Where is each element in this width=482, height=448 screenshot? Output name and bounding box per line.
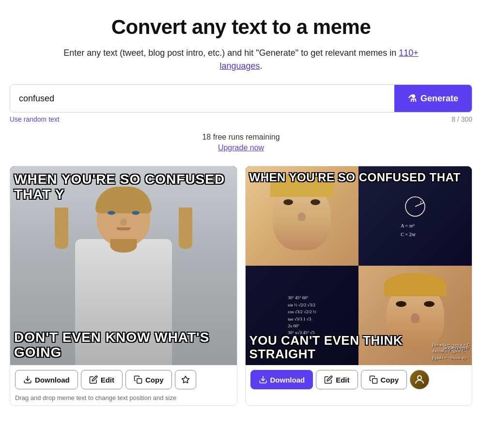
meme1-favorite-button[interactable] xyxy=(175,370,196,389)
meme2-download-button[interactable]: Download xyxy=(250,370,313,389)
meme1-actions: Download Edit Copy xyxy=(10,365,237,394)
generate-button[interactable]: ⚗ Generate xyxy=(394,85,472,112)
page-title: Convert any text to a meme xyxy=(111,16,371,39)
svg-line-4 xyxy=(415,203,424,207)
text-input[interactable] xyxy=(10,85,394,112)
meme2-top-text: WHEN YOU'RE SO CONFUSED THAT xyxy=(249,171,468,184)
meme1-copy-button[interactable]: Copy xyxy=(125,370,172,389)
edit-icon-2 xyxy=(324,375,333,384)
download-icon-2 xyxy=(259,375,267,384)
avatar-icon xyxy=(414,374,425,385)
meme2-bottom-text: YOU CAN'T EVEN THINK STRAIGHT xyxy=(249,334,468,361)
star-icon xyxy=(181,375,190,384)
meme2-avatar-button[interactable] xyxy=(410,370,429,389)
meme-card-1: WHEN YOU'RE SO CONFUSED THAT Y DON'T EVE… xyxy=(10,166,237,406)
svg-marker-2 xyxy=(182,376,189,383)
svg-rect-7 xyxy=(372,379,377,384)
meme-image-2: r A = πr² C = 2πr 30° 45° 60° sin ½ √2/2… xyxy=(246,166,472,365)
meme2-credit: Supermem xyxy=(443,345,469,351)
meme2-edit-button[interactable]: Edit xyxy=(316,370,358,389)
meme1-drag-hint: Drag and drop meme text to change text p… xyxy=(10,394,237,405)
meme1-bottom-text: DON'T EVEN KNOW WHAT'S GOING xyxy=(14,330,233,360)
meme-card-2: r A = πr² C = 2πr 30° 45° 60° sin ½ √2/2… xyxy=(245,166,473,406)
input-meta: Use random text 8 / 300 xyxy=(10,115,472,123)
meme1-download-button[interactable]: Download xyxy=(15,370,78,389)
meme2-copy-button[interactable]: Copy xyxy=(361,370,407,389)
svg-rect-1 xyxy=(137,379,142,384)
download-icon xyxy=(23,375,32,384)
meme2-actions: Download Edit Copy xyxy=(246,365,472,394)
char-count: 8 / 300 xyxy=(451,115,472,123)
svg-point-8 xyxy=(418,376,421,380)
text-input-row: ⚗ Generate xyxy=(10,84,472,112)
meme1-top-text: WHEN YOU'RE SO CONFUSED THAT Y xyxy=(14,172,233,202)
meme-image-1: WHEN YOU'RE SO CONFUSED THAT Y DON'T EVE… xyxy=(10,166,237,365)
copy-icon-2 xyxy=(369,375,378,384)
meme1-edit-button[interactable]: Edit xyxy=(81,370,123,389)
subtitle: Enter any text (tweet, blog post intro, … xyxy=(57,47,425,73)
memes-grid: WHEN YOU'RE SO CONFUSED THAT Y DON'T EVE… xyxy=(10,166,472,406)
svg-text:r: r xyxy=(420,199,422,205)
free-runs-text: 18 free runs remaining xyxy=(202,133,280,142)
random-text-link[interactable]: Use random text xyxy=(10,115,60,123)
upgrade-link[interactable]: Upgrade now xyxy=(218,144,264,152)
flask-icon: ⚗ xyxy=(408,93,417,104)
copy-icon xyxy=(134,375,142,384)
edit-icon xyxy=(89,375,98,384)
